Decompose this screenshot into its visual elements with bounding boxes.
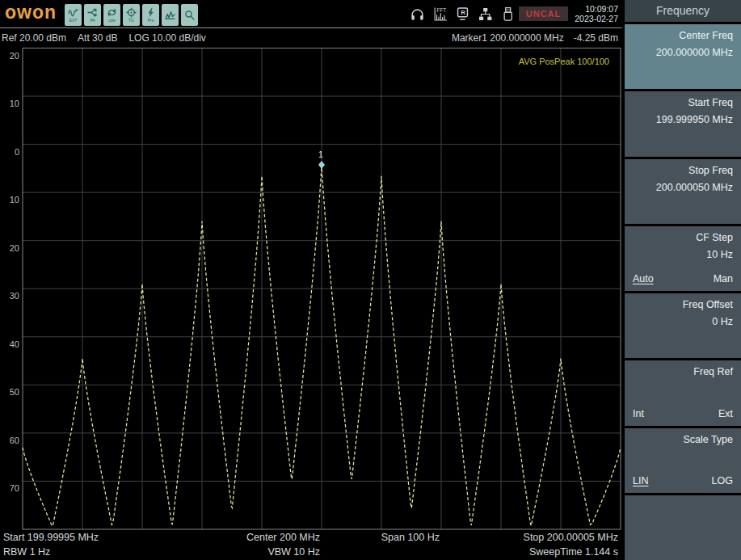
plot-area: 2010010203040506070AVG PosPeak 100/1001 <box>0 48 622 530</box>
amplitude-settings: Ref 20.00 dBmAtt 30 dBLOG 10.00 dB/div <box>2 32 217 44</box>
y-axis-label: 10 <box>10 195 19 204</box>
menu-item-label: Freq Offset <box>633 299 733 310</box>
toolbar-button-label: Pre <box>148 18 154 23</box>
time-text: 10:09:07 <box>575 4 618 14</box>
ext-trigger-icon <box>68 7 78 18</box>
scale-readout: LOG 10.00 dB/div <box>128 32 205 44</box>
graticule <box>23 48 621 530</box>
bottom-status-bar: Start 199.99995 MHz Center 200 MHz Span … <box>0 530 622 560</box>
toggle-option-lin[interactable]: LIN <box>633 475 648 486</box>
menu-item-value: 200.000050 MHz <box>633 182 733 193</box>
svg-text:FFT: FFT <box>436 6 446 12</box>
date-text: 2023-02-27 <box>575 14 618 23</box>
marker-readout: Marker1 200.000000 MHz-4.25 dBm <box>442 32 618 44</box>
preamp-icon <box>87 7 98 18</box>
toggle-option-man[interactable]: Man <box>714 273 733 284</box>
tracking-generator-icon <box>126 7 137 18</box>
menu-item-label: Stop Freq <box>633 165 733 176</box>
menu-item-toggle: LINLOG <box>633 475 733 486</box>
toolbar-button-label: TG <box>128 18 134 23</box>
toggle-option-ext[interactable]: Ext <box>718 408 733 419</box>
toolbar-button-zoom[interactable] <box>181 4 198 26</box>
menu-item-toggle: IntExt <box>633 408 733 419</box>
vbw-readout: VBW 10 Hz <box>193 546 322 558</box>
marker-freq-readout: Marker1 200.000000 MHz <box>452 32 564 44</box>
y-axis-label: 0 <box>15 147 19 157</box>
toolbar-button-label: EXT <box>69 18 78 23</box>
rbw-readout: RBW 1 Hz <box>3 546 193 558</box>
menu-item-label: Freq Ref <box>633 366 733 377</box>
marker-amp-readout: -4.25 dBm <box>574 32 618 44</box>
y-axis-label: 10 <box>10 99 19 108</box>
clock: 10:09:07 2023-02-27 <box>575 4 618 23</box>
menu-item-value: 199.999950 MHz <box>633 114 733 125</box>
menu-sidebar: Frequency Center Freq200.000000 MHzStart… <box>625 0 741 560</box>
menu-item-value: 200.000000 MHz <box>633 47 733 58</box>
menu-item-freq-ref[interactable]: Freq RefIntExt <box>625 360 741 425</box>
toolbar-button-ext-trigger[interactable]: EXT <box>65 4 82 26</box>
spectrum-analyzer-screen: owon EXTPAcpleTGPre FFTR UNCAL 10:09:07 … <box>0 0 741 560</box>
top-toolbar: owon EXTPAcpleTGPre FFTR UNCAL 10:09:07 … <box>0 0 622 28</box>
toggle-option-log[interactable]: LOG <box>712 475 733 486</box>
remote-icon: R <box>455 6 470 22</box>
menu-title: Frequency <box>625 0 741 22</box>
lan-icon <box>478 6 493 22</box>
y-axis-label: 30 <box>10 291 19 301</box>
owon-logo: owon <box>5 2 57 23</box>
toolbar-button-preamp[interactable]: PA <box>84 4 101 26</box>
menu-item-toggle: AutoMan <box>633 273 733 284</box>
sidebar-items: Center Freq200.000000 MHzStart Freq199.9… <box>625 24 741 560</box>
status-icons: FFTR <box>410 6 516 22</box>
menu-item-scale-type[interactable]: Scale TypeLINLOG <box>625 428 741 493</box>
menu-item-cf-step[interactable]: CF Step10 HzAutoMan <box>625 226 741 291</box>
svg-text:R: R <box>461 9 465 16</box>
toolbar-button-trace-chart[interactable] <box>162 4 179 26</box>
sweep-time-readout: SweepTime 1.144 s <box>444 546 622 558</box>
menu-item-freq-offset[interactable]: Freq Offset0 Hz <box>625 293 741 358</box>
uncal-badge: UNCAL <box>519 6 569 21</box>
menu-item-empty <box>625 495 741 560</box>
span-readout: Span 100 Hz <box>322 532 444 543</box>
avg-pospeak-label: AVG PosPeak 100/100 <box>519 57 609 66</box>
y-axis-label: 50 <box>10 387 19 397</box>
menu-item-stop-freq[interactable]: Stop Freq200.000050 MHz <box>625 159 741 224</box>
y-axis-label: 20 <box>10 51 19 61</box>
burst-icon <box>145 7 156 18</box>
toolbar-button-label: cple <box>108 18 116 23</box>
menu-item-label: CF Step <box>633 232 733 243</box>
fft-icon: FFT <box>432 6 448 22</box>
menu-item-value: 10 Hz <box>633 249 733 260</box>
y-axis-label: 70 <box>10 483 19 493</box>
toolbar-button-couple[interactable]: cple <box>103 4 120 26</box>
menu-item-label: Start Freq <box>633 97 733 108</box>
y-axis-label: 20 <box>10 243 19 253</box>
menu-item-start-freq[interactable]: Start Freq199.999950 MHz <box>625 91 741 156</box>
trace-chart-icon <box>165 10 175 20</box>
y-axis-label: 40 <box>10 339 19 349</box>
annotation-row: Ref 20.00 dBmAtt 30 dBLOG 10.00 dB/div M… <box>0 28 622 48</box>
ref-level-readout: Ref 20.00 dBm <box>2 32 66 44</box>
y-axis-label: 60 <box>10 436 19 445</box>
usb-icon <box>500 6 516 22</box>
couple-icon <box>107 7 117 18</box>
zoom-icon <box>184 10 195 20</box>
toolbar-button-burst[interactable]: Pre <box>142 4 159 26</box>
marker-id-label: 1 <box>318 149 323 159</box>
menu-item-value: 0 Hz <box>633 316 733 327</box>
main-area: owon EXTPAcpleTGPre FFTR UNCAL 10:09:07 … <box>0 0 622 560</box>
spectrum-plot[interactable]: 2010010203040506070AVG PosPeak 100/1001 <box>0 48 622 530</box>
toolbar-buttons: EXTPAcpleTGPre <box>65 4 198 26</box>
menu-item-label: Center Freq <box>633 30 733 41</box>
center-freq-readout: Center 200 MHz <box>193 532 322 543</box>
menu-item-center-freq[interactable]: Center Freq200.000000 MHz <box>625 24 741 89</box>
toggle-option-int[interactable]: Int <box>633 408 644 419</box>
headphones-icon <box>410 6 425 22</box>
attenuation-readout: Att 30 dB <box>78 32 117 44</box>
start-freq-readout: Start 199.99995 MHz <box>3 532 193 543</box>
marker-diamond[interactable] <box>318 161 324 168</box>
menu-item-label: Scale Type <box>633 434 733 445</box>
toggle-option-auto[interactable]: Auto <box>633 273 654 284</box>
toolbar-button-label: PA <box>90 18 95 23</box>
stop-freq-readout: Stop 200.00005 MHz <box>444 532 622 543</box>
toolbar-button-tracking-generator[interactable]: TG <box>123 4 140 26</box>
